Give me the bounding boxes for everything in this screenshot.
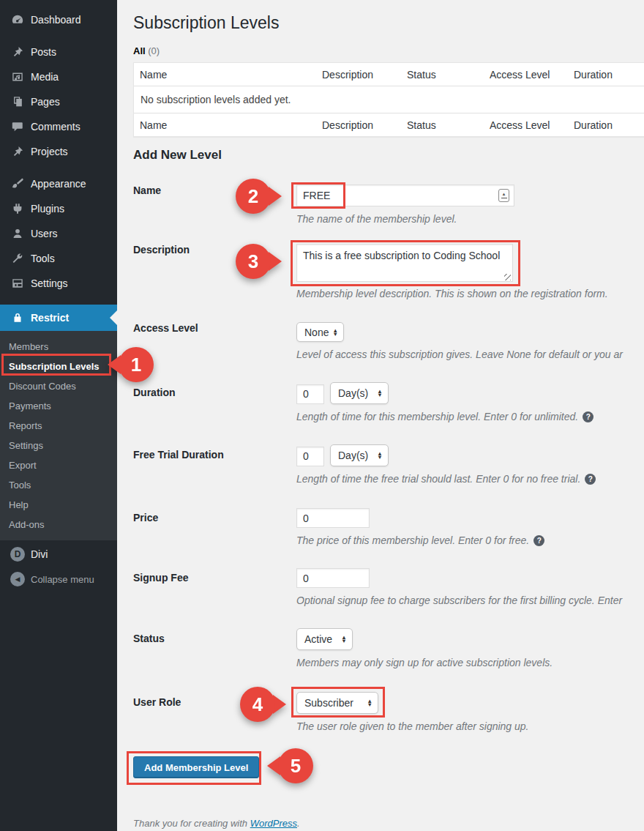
plugins-icon bbox=[10, 201, 25, 216]
submenu-item-export[interactable]: Export bbox=[0, 455, 117, 475]
free-trial-input[interactable] bbox=[296, 447, 324, 466]
name-label: Name bbox=[133, 185, 296, 225]
form-row-signup-fee: Signup Fee Optional signup fee to charge… bbox=[133, 568, 644, 606]
duration-help: Length of time for this membership level… bbox=[296, 411, 644, 422]
table-empty-row: No subscription levels added yet. bbox=[134, 86, 644, 113]
sidebar-item-label: Dashboard bbox=[31, 14, 81, 26]
access-level-select[interactable]: None ▲▼ bbox=[296, 322, 344, 342]
sidebar-item-label: Tools bbox=[31, 253, 55, 264]
current-menu-arrow bbox=[110, 310, 117, 325]
submenu-item-members[interactable]: Members bbox=[0, 337, 117, 357]
help-icon[interactable]: ? bbox=[533, 535, 544, 546]
sidebar-item-posts[interactable]: Posts bbox=[0, 40, 117, 64]
sidebar-item-label: Projects bbox=[31, 146, 68, 157]
user-role-label: User Role bbox=[133, 692, 296, 732]
sidebar-item-comments[interactable]: Comments bbox=[0, 114, 117, 139]
column-header-duration: Duration bbox=[568, 113, 644, 136]
add-membership-level-button[interactable]: Add Membership Level bbox=[133, 756, 259, 778]
description-help: Membership level description. This is sh… bbox=[296, 288, 644, 299]
duration-label: Duration bbox=[133, 382, 296, 422]
sidebar-item-label: Divi bbox=[31, 548, 48, 560]
autofill-icon[interactable]: ▲ bbox=[498, 189, 509, 202]
sidebar-item-pages[interactable]: Pages bbox=[0, 89, 117, 114]
sidebar-item-label: Media bbox=[31, 71, 59, 83]
submenu-item-payments[interactable]: Payments bbox=[0, 396, 117, 416]
duration-input[interactable] bbox=[296, 384, 324, 404]
sidebar-item-label: Pages bbox=[31, 96, 60, 108]
sidebar-item-plugins[interactable]: Plugins bbox=[0, 196, 117, 221]
table-header-row: NameDescriptionStatusAccess LevelDuratio… bbox=[134, 63, 644, 86]
signup-fee-help: Optional signup fee to charge subscriber… bbox=[296, 595, 644, 606]
sidebar-item-media[interactable]: Media bbox=[0, 64, 117, 89]
tools-icon bbox=[10, 251, 25, 266]
column-header-access-level: Access Level bbox=[484, 113, 568, 136]
submenu-item-help[interactable]: Help bbox=[0, 495, 117, 515]
submenu-item-add-ons[interactable]: Add-ons bbox=[0, 515, 117, 534]
pin-icon bbox=[10, 144, 25, 159]
users-icon bbox=[10, 226, 25, 241]
signup-fee-label: Signup Fee bbox=[133, 568, 296, 606]
sidebar-item-divi[interactable]: D Divi bbox=[0, 542, 117, 567]
status-select[interactable]: Active ▲▼ bbox=[296, 628, 353, 650]
wordpress-link[interactable]: WordPress bbox=[250, 818, 297, 829]
collapse-menu-button[interactable]: ◀ Collapse menu bbox=[0, 567, 117, 592]
submenu-item-tools[interactable]: Tools bbox=[0, 475, 117, 495]
select-arrows-icon: ▲▼ bbox=[341, 636, 346, 643]
footer-thanks: Thank you for creating with WordPress. bbox=[133, 818, 300, 829]
sidebar-item-dashboard[interactable]: Dashboard bbox=[0, 7, 117, 32]
user-role-select[interactable]: Subscriber ▲▼ bbox=[296, 692, 378, 714]
sidebar-item-restrict[interactable]: Restrict bbox=[0, 305, 117, 331]
pages-icon bbox=[10, 94, 25, 109]
name-input[interactable] bbox=[296, 185, 514, 206]
price-input[interactable] bbox=[296, 508, 370, 528]
settings-icon bbox=[10, 276, 25, 291]
free-trial-help: Length of time the free trial should las… bbox=[296, 473, 644, 485]
sidebar-item-label: Appearance bbox=[31, 178, 86, 190]
column-header-status: Status bbox=[401, 63, 484, 86]
description-textarea[interactable]: This is a free subscription to Coding Sc… bbox=[296, 244, 513, 282]
submenu-item-reports[interactable]: Reports bbox=[0, 416, 117, 436]
submenu-item-discount-codes[interactable]: Discount Codes bbox=[0, 376, 117, 396]
form-row-free-trial: Free Trial Duration Day(s) ▲▼ Length of … bbox=[133, 444, 644, 485]
list-filter-bar: All (0) bbox=[133, 45, 160, 56]
duration-unit-select[interactable]: Day(s) ▲▼ bbox=[330, 382, 389, 404]
sidebar-item-projects[interactable]: Projects bbox=[0, 139, 117, 164]
select-arrows-icon: ▲▼ bbox=[377, 390, 382, 397]
column-header-description: Description bbox=[316, 113, 401, 136]
description-textarea-wrap: This is a free subscription to Coding Sc… bbox=[296, 244, 513, 285]
admin-sidebar: DashboardPostsMediaPagesCommentsProjects… bbox=[0, 0, 117, 831]
sidebar-item-label: Settings bbox=[31, 277, 68, 289]
lock-icon bbox=[10, 310, 25, 325]
select-arrows-icon: ▲▼ bbox=[332, 329, 337, 336]
help-icon[interactable]: ? bbox=[583, 411, 594, 422]
collapse-menu-label: Collapse menu bbox=[31, 574, 94, 585]
form-row-price: Price The price of this membership level… bbox=[133, 508, 644, 546]
divi-icon: D bbox=[10, 547, 25, 562]
column-header-access-level: Access Level bbox=[484, 63, 568, 86]
name-help: The name of the membership level. bbox=[296, 213, 644, 225]
column-header-name: Name bbox=[134, 63, 316, 86]
sidebar-item-label: Plugins bbox=[31, 203, 64, 215]
help-icon[interactable]: ? bbox=[585, 474, 596, 485]
sidebar-item-users[interactable]: Users bbox=[0, 221, 117, 246]
admin-menu: DashboardPostsMediaPagesCommentsProjects… bbox=[0, 0, 117, 305]
filter-all-link[interactable]: All bbox=[133, 45, 146, 56]
access-level-label: Access Level bbox=[133, 322, 296, 360]
select-arrows-icon: ▲▼ bbox=[377, 452, 382, 459]
column-header-duration: Duration bbox=[568, 63, 644, 86]
free-trial-unit-select[interactable]: Day(s) ▲▼ bbox=[330, 444, 389, 466]
column-header-name: Name bbox=[134, 113, 316, 136]
form-row-user-role: User Role Subscriber ▲▼ The user role gi… bbox=[133, 692, 644, 732]
sidebar-item-tools[interactable]: Tools bbox=[0, 246, 117, 271]
submenu-item-settings[interactable]: Settings bbox=[0, 436, 117, 455]
status-help: Members may only sign up for active subs… bbox=[296, 657, 644, 668]
add-new-level-heading: Add New Level bbox=[133, 148, 222, 163]
submenu-item-subscription-levels[interactable]: Subscription Levels bbox=[0, 357, 117, 376]
sidebar-item-appearance[interactable]: Appearance bbox=[0, 171, 117, 196]
signup-fee-input[interactable] bbox=[296, 568, 370, 588]
subscription-levels-table: NameDescriptionStatusAccess LevelDuratio… bbox=[133, 62, 644, 137]
sidebar-item-settings[interactable]: Settings bbox=[0, 271, 117, 296]
price-label: Price bbox=[133, 508, 296, 546]
comments-icon bbox=[10, 119, 25, 134]
sidebar-item-label: Users bbox=[31, 228, 58, 239]
